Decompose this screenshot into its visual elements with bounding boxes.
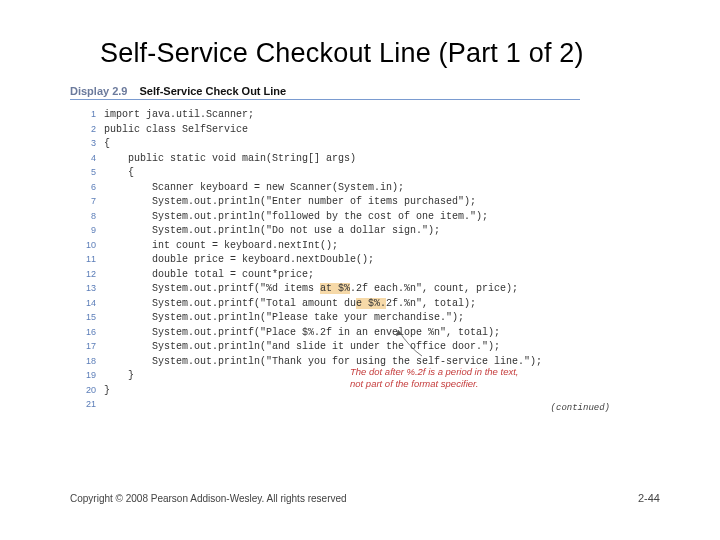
code-text: } xyxy=(104,384,110,399)
line-number: 15 xyxy=(70,311,104,326)
highlight: at $% xyxy=(320,283,350,294)
code-line: 11 double price = keyboard.nextDouble(); xyxy=(70,253,580,268)
code-line: 21 xyxy=(70,398,580,411)
code-line: 8 System.out.println("followed by the co… xyxy=(70,210,580,225)
code-text: System.out.printf("Place $%.2f in an env… xyxy=(104,326,500,341)
code-line: 16 System.out.printf("Place $%.2f in an … xyxy=(70,326,580,341)
code-text: } xyxy=(104,369,134,384)
highlight: e $%. xyxy=(356,298,386,309)
code-line: 12 double total = count*price; xyxy=(70,268,580,283)
line-number: 11 xyxy=(70,253,104,268)
callout-arrow xyxy=(392,326,424,358)
display-caption: Self-Service Check Out Line xyxy=(139,85,286,97)
code-line: 3{ xyxy=(70,137,580,152)
code-line: 2public class SelfService xyxy=(70,123,580,138)
code-text: { xyxy=(104,137,110,152)
display-header: Display 2.9 Self-Service Check Out Line xyxy=(70,85,580,100)
code-line: 1import java.util.Scanner; xyxy=(70,108,580,123)
display-number: Display 2.9 xyxy=(70,85,127,97)
code-text: double total = count*price; xyxy=(104,268,314,283)
line-number: 19 xyxy=(70,369,104,384)
line-number: 4 xyxy=(70,152,104,167)
annotation-callout: The dot after %.2f is a period in the te… xyxy=(350,366,525,389)
code-text: System.out.printf("Total amount due $%.2… xyxy=(104,297,476,312)
line-number: 5 xyxy=(70,166,104,181)
line-number: 3 xyxy=(70,137,104,152)
line-number: 14 xyxy=(70,297,104,312)
continued-label: (continued) xyxy=(551,402,610,415)
line-number: 7 xyxy=(70,195,104,210)
code-text: public static void main(String[] args) xyxy=(104,152,356,167)
line-number: 17 xyxy=(70,340,104,355)
code-line: 5 { xyxy=(70,166,580,181)
line-number: 9 xyxy=(70,224,104,239)
line-number: 13 xyxy=(70,282,104,297)
code-text: { xyxy=(104,166,134,181)
copyright-footer: Copyright © 2008 Pearson Addison-Wesley.… xyxy=(70,493,347,504)
code-text: Scanner keyboard = new Scanner(System.in… xyxy=(104,181,404,196)
code-text: System.out.printf("%d items at $%.2f eac… xyxy=(104,282,518,297)
code-line: 13 System.out.printf("%d items at $%.2f … xyxy=(70,282,580,297)
code-line: 6 Scanner keyboard = new Scanner(System.… xyxy=(70,181,580,196)
code-text: System.out.println("followed by the cost… xyxy=(104,210,488,225)
code-line: 10 int count = keyboard.nextInt(); xyxy=(70,239,580,254)
code-line: 7 System.out.println("Enter number of it… xyxy=(70,195,580,210)
code-line: 9 System.out.println("Do not use a dolla… xyxy=(70,224,580,239)
code-line: 17 System.out.println("and slide it unde… xyxy=(70,340,580,355)
page-number: 2-44 xyxy=(638,492,660,504)
code-listing: 1import java.util.Scanner;2public class … xyxy=(70,108,580,411)
line-number: 20 xyxy=(70,384,104,399)
line-number: 8 xyxy=(70,210,104,225)
line-number: 10 xyxy=(70,239,104,254)
line-number: 2 xyxy=(70,123,104,138)
code-text: System.out.println("Please take your mer… xyxy=(104,311,464,326)
code-line: 14 System.out.printf("Total amount due $… xyxy=(70,297,580,312)
line-number: 12 xyxy=(70,268,104,283)
line-number: 18 xyxy=(70,355,104,370)
code-text: System.out.println("and slide it under t… xyxy=(104,340,500,355)
line-number: 21 xyxy=(70,398,104,411)
line-number: 16 xyxy=(70,326,104,341)
code-text: System.out.println("Do not use a dollar … xyxy=(104,224,440,239)
code-line: 4 public static void main(String[] args) xyxy=(70,152,580,167)
code-line: 15 System.out.println("Please take your … xyxy=(70,311,580,326)
code-figure: Display 2.9 Self-Service Check Out Line … xyxy=(70,85,580,411)
code-text: import java.util.Scanner; xyxy=(104,108,254,123)
code-text: int count = keyboard.nextInt(); xyxy=(104,239,338,254)
code-text: public class SelfService xyxy=(104,123,248,138)
line-number: 6 xyxy=(70,181,104,196)
page-title: Self-Service Checkout Line (Part 1 of 2) xyxy=(100,38,584,69)
code-text: System.out.println("Enter number of item… xyxy=(104,195,476,210)
line-number: 1 xyxy=(70,108,104,123)
code-text: double price = keyboard.nextDouble(); xyxy=(104,253,374,268)
